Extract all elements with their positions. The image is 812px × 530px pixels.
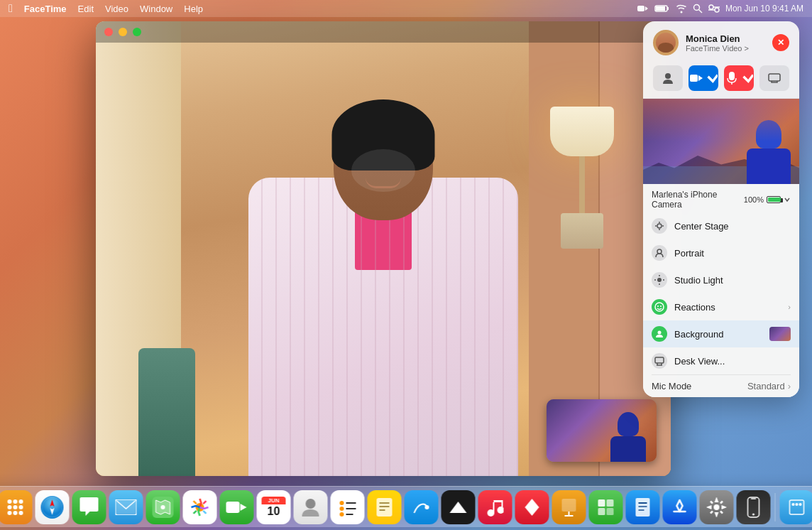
dock-item-calendar[interactable]: JUN 10 xyxy=(257,490,291,524)
mic-mode-chevron-icon: › xyxy=(788,381,791,391)
menubar-left:  FaceTime Edit Video Window Help xyxy=(9,2,203,15)
thumbnail-person xyxy=(607,412,649,462)
studio-light-item[interactable]: Studio Light xyxy=(643,266,799,293)
dock-separator xyxy=(775,493,776,521)
lamp xyxy=(550,107,614,249)
window-titlebar xyxy=(96,21,671,43)
center-stage-item[interactable]: Center Stage xyxy=(643,212,799,239)
desk-view-item[interactable]: Desk View... xyxy=(643,347,799,374)
dock-item-mail[interactable] xyxy=(109,490,143,524)
svg-point-65 xyxy=(340,512,344,517)
chevron-down-icon[interactable] xyxy=(784,196,791,203)
svg-marker-61 xyxy=(241,504,247,511)
camera-info-row: Marlena's iPhone Camera 100% xyxy=(643,184,799,212)
svg-point-58 xyxy=(161,505,165,509)
video-button[interactable] xyxy=(688,65,718,91)
dock-item-news[interactable] xyxy=(515,490,549,524)
svg-point-22 xyxy=(657,249,662,254)
dock-item-appletv[interactable] xyxy=(441,490,476,524)
control-center-icon[interactable] xyxy=(708,4,720,13)
dock-item-facetime[interactable] xyxy=(220,490,254,524)
dock-item-reminders[interactable] xyxy=(331,490,365,524)
panel-close-button[interactable]: ✕ xyxy=(772,34,789,51)
search-icon[interactable] xyxy=(693,4,703,13)
svg-rect-81 xyxy=(562,499,576,512)
mic-mode-row[interactable]: Mic Mode Standard › xyxy=(643,375,799,397)
svg-point-44 xyxy=(19,499,23,504)
svg-rect-0 xyxy=(637,6,644,11)
svg-rect-33 xyxy=(655,357,664,363)
dock-item-freeform[interactable] xyxy=(405,490,439,524)
background-item[interactable]: Background xyxy=(643,320,799,347)
svg-point-43 xyxy=(13,499,18,504)
svg-rect-12 xyxy=(690,75,698,82)
dock-item-maps[interactable] xyxy=(146,490,180,524)
reactions-icon xyxy=(652,299,667,315)
dock-item-notes[interactable] xyxy=(368,490,402,524)
svg-point-46 xyxy=(13,505,18,509)
facetime-window xyxy=(96,21,671,476)
dock-item-pages[interactable] xyxy=(626,490,660,524)
battery-icon xyxy=(654,4,670,13)
mic-button[interactable] xyxy=(724,65,754,91)
svg-point-48 xyxy=(8,511,12,515)
menu-edit[interactable]: Edit xyxy=(78,4,94,14)
svg-point-5 xyxy=(693,5,699,11)
reactions-item[interactable]: Reactions › xyxy=(643,293,799,320)
dock-item-music[interactable] xyxy=(478,490,512,524)
svg-rect-69 xyxy=(377,498,393,517)
dock-item-appstore[interactable] xyxy=(663,490,697,524)
panel-preview xyxy=(643,99,799,184)
caller-avatar xyxy=(653,30,679,55)
battery-percent: 100% xyxy=(744,195,764,204)
dock-item-launchpad[interactable] xyxy=(0,490,33,524)
dock-item-numbers[interactable] xyxy=(589,490,623,524)
desk-view-icon xyxy=(652,353,667,369)
menu-help[interactable]: Help xyxy=(184,4,203,14)
dock-item-contacts[interactable] xyxy=(294,490,328,524)
person-head xyxy=(330,107,437,227)
mic-mode-label: Mic Mode xyxy=(652,381,691,391)
profile-button[interactable] xyxy=(653,65,683,91)
control-panel: Monica Dien FaceTime Video > ✕ xyxy=(643,21,799,397)
svg-marker-1 xyxy=(645,6,648,11)
window-maximize-button[interactable] xyxy=(133,28,141,36)
background-label: Background xyxy=(674,329,762,340)
battery-fill xyxy=(768,198,781,202)
background-thumbnail xyxy=(769,327,791,341)
svg-point-23 xyxy=(657,278,662,282)
window-minimize-button[interactable] xyxy=(119,28,127,36)
svg-point-8 xyxy=(715,8,719,12)
dock-item-iphone[interactable] xyxy=(737,490,771,524)
app-name[interactable]: FaceTime xyxy=(24,4,67,14)
svg-rect-4 xyxy=(656,6,665,11)
svg-point-98 xyxy=(792,503,795,506)
dock-item-settings[interactable] xyxy=(700,490,734,524)
panel-header: Monica Dien FaceTime Video > ✕ xyxy=(643,21,799,61)
dock-item-downloads[interactable] xyxy=(780,490,813,524)
portrait-item[interactable]: Portrait xyxy=(643,239,799,266)
dock-item-messages[interactable] xyxy=(72,490,106,524)
menubar-right: Mon Jun 10 9:41 AM xyxy=(637,4,803,13)
svg-rect-86 xyxy=(598,508,605,515)
svg-point-95 xyxy=(752,514,755,516)
svg-point-42 xyxy=(8,499,12,504)
apple-menu[interactable]:  xyxy=(9,2,13,15)
svg-point-100 xyxy=(799,503,802,506)
menubar:  FaceTime Edit Video Window Help Mon Ju… xyxy=(0,0,812,17)
self-view-thumbnail xyxy=(547,399,657,462)
screen-share-button[interactable] xyxy=(759,65,789,91)
svg-point-49 xyxy=(13,511,18,515)
dock-item-keynote[interactable] xyxy=(552,490,586,524)
svg-point-17 xyxy=(657,224,662,228)
svg-point-99 xyxy=(796,503,799,506)
window-close-button[interactable] xyxy=(104,28,113,36)
menu-window[interactable]: Window xyxy=(140,4,172,14)
svg-line-6 xyxy=(698,10,702,13)
battery-info: 100% xyxy=(744,195,791,204)
dock-item-safari[interactable] xyxy=(35,490,70,524)
svg-rect-16 xyxy=(769,74,780,81)
menu-video[interactable]: Video xyxy=(105,4,128,14)
center-stage-icon xyxy=(652,218,667,234)
dock-item-photos[interactable] xyxy=(183,490,217,524)
